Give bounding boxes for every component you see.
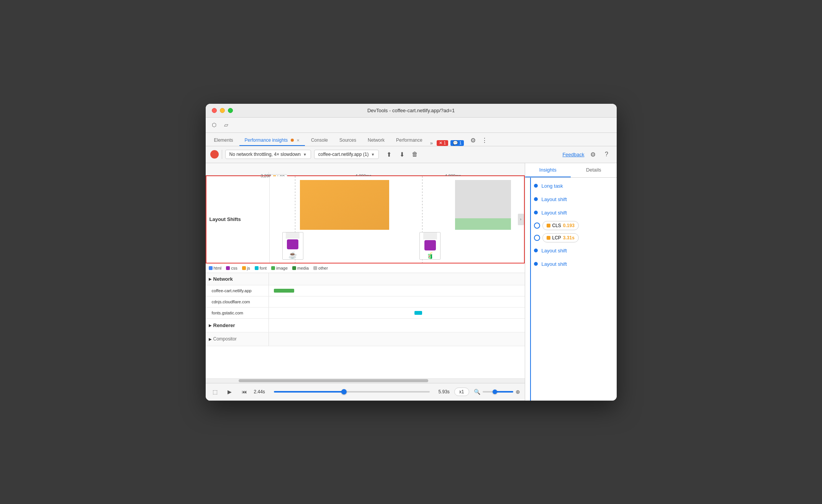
- compositor-text: Compositor: [213, 336, 237, 342]
- thumb-header: [286, 232, 300, 239]
- scrollbar-thumb[interactable]: [239, 379, 428, 382]
- layout-shift-green-block: [455, 218, 511, 230]
- toolbar-actions: ⬆ ⬇ 🗑: [383, 149, 420, 160]
- insight-entry-long-task: Long task: [536, 179, 617, 193]
- bottom-toolbar: ⬚ ▶ ⏮ 2.44s 5.93s x1 🔍 ⊕: [206, 383, 525, 401]
- network-row-1: coffee-cart.netlify.app: [206, 285, 525, 296]
- insight-entry-layout-shift-2: Layout shift: [536, 206, 617, 219]
- feedback-link[interactable]: Feedback: [562, 152, 584, 157]
- legend-css: css: [226, 266, 237, 270]
- error-badge: ✕ 1: [437, 140, 448, 146]
- css-color-dot: [226, 266, 230, 270]
- minimize-button[interactable]: [220, 108, 225, 113]
- network-row-3: fonts.gstatic.com: [206, 308, 525, 319]
- layout-shift-link-3[interactable]: Layout shift: [542, 248, 567, 254]
- play-icon[interactable]: ▶: [225, 387, 235, 397]
- tab-console[interactable]: Console: [306, 135, 333, 146]
- long-task-link[interactable]: Long task: [542, 183, 563, 189]
- tab-performance-insights[interactable]: Performance insights ✕: [239, 135, 305, 146]
- compositor-content: [269, 332, 525, 346]
- horizontal-scrollbar[interactable]: [206, 378, 525, 383]
- zoom-out-icon[interactable]: 🔍: [474, 389, 480, 395]
- timeline-scrubber[interactable]: [274, 391, 430, 393]
- panel-tabs: Insights Details: [525, 163, 617, 178]
- thumb-header-2: [423, 232, 437, 239]
- timeline-line-col: [525, 178, 536, 401]
- lcp-label-badge: LCP: [552, 235, 561, 241]
- image-color-dot: [271, 266, 275, 270]
- zoom-slider-thumb[interactable]: [493, 389, 497, 394]
- cls-label: CLS: [552, 223, 561, 228]
- layout-shift-gray-block: [455, 180, 511, 218]
- timeline-body[interactable]: Layout Shifts ☕: [206, 175, 525, 378]
- help-icon[interactable]: ?: [601, 149, 612, 160]
- tab-elements[interactable]: Elements: [209, 135, 239, 146]
- renderer-expand-icon[interactable]: ▶: [209, 323, 212, 327]
- devtools-window: DevTools - coffee-cart.netlify.app/?ad=1…: [206, 104, 617, 401]
- scrubber-thumb[interactable]: [341, 389, 347, 394]
- more-tabs-button[interactable]: »: [430, 140, 433, 146]
- insight-entry-layout-shift-1: Layout shift: [536, 193, 617, 206]
- zoom-slider-track[interactable]: [483, 391, 513, 393]
- expand-arrow-icon[interactable]: ▶: [209, 277, 212, 281]
- divider: [222, 150, 222, 159]
- delete-icon[interactable]: 🗑: [409, 149, 420, 160]
- legend-font: font: [255, 266, 267, 270]
- thumbnail-inner-2: 🧃: [420, 232, 440, 259]
- tab-sources[interactable]: Sources: [334, 135, 362, 146]
- js-color-dot: [242, 266, 246, 270]
- chevron-down-icon: ▼: [371, 152, 375, 157]
- lcp-value: 3.31s: [563, 235, 575, 241]
- target-dropdown[interactable]: coffee-cart.netlify.app (1) ▼: [314, 150, 379, 159]
- insights-entries: Long task Layout shift Layout shift: [536, 178, 617, 401]
- window-title: DevTools - coffee-cart.netlify.app/?ad=1: [367, 108, 455, 113]
- font-color-dot: [255, 266, 259, 270]
- settings-gear-icon[interactable]: ⚙: [588, 149, 598, 160]
- legend-image: image: [271, 266, 288, 270]
- timeline-vertical-line: [530, 178, 531, 401]
- more-options-icon[interactable]: ⋮: [479, 135, 490, 146]
- layout-shift-orange-block: [300, 180, 389, 230]
- legend-html: html: [209, 266, 222, 270]
- compositor-expand-icon[interactable]: ▶: [209, 337, 212, 341]
- throttle-dropdown[interactable]: No network throttling, 4× slowdown ▼: [225, 150, 311, 159]
- right-panel: Insights Details Long task: [525, 163, 617, 401]
- cls-value: 0.193: [563, 223, 575, 228]
- subtoolbar: No network throttling, 4× slowdown ▼ cof…: [206, 146, 617, 163]
- layout-shifts-content: ☕ 🧃 ›: [270, 176, 524, 263]
- timeline-header: 3,200ms 4,000ms 4,800ms LCP: [206, 163, 525, 175]
- tab-performance[interactable]: Performance: [391, 135, 428, 146]
- network-host-1: coffee-cart.netlify.app: [206, 285, 269, 296]
- pointer-tool-icon[interactable]: ⬡: [209, 119, 219, 130]
- scroll-indicator[interactable]: ›: [518, 214, 524, 225]
- tab-network[interactable]: Network: [362, 135, 390, 146]
- thumbnail-inner-1: ☕: [283, 232, 303, 259]
- download-icon[interactable]: ⬇: [396, 149, 407, 160]
- message-icon: 💬: [453, 141, 458, 146]
- network-section-header: ▶ Network: [206, 273, 525, 285]
- close-button[interactable]: [212, 108, 217, 113]
- record-button[interactable]: [210, 150, 219, 159]
- device-toggle-icon[interactable]: ▱: [221, 119, 232, 130]
- zoom-in-icon[interactable]: ⊕: [516, 389, 520, 395]
- other-color-dot: [313, 266, 317, 270]
- layout-shift-link-4[interactable]: Layout shift: [542, 261, 567, 267]
- settings-icon[interactable]: ⚙: [468, 135, 478, 146]
- screenshot-toggle-icon[interactable]: ⬚: [210, 387, 220, 397]
- layout-shift-link-1[interactable]: Layout shift: [542, 196, 567, 202]
- scrubber-track[interactable]: [274, 391, 430, 393]
- message-badge: 💬 1: [450, 140, 464, 146]
- tab-insights[interactable]: Insights: [525, 163, 571, 177]
- thumb-cup-icon: ☕: [288, 251, 297, 259]
- upload-icon[interactable]: ⬆: [383, 149, 394, 160]
- back-to-start-icon[interactable]: ⏮: [239, 387, 249, 397]
- timeline-scale: 3,200ms 4,000ms 4,800ms LCP: [269, 173, 525, 175]
- legend-media: media: [292, 266, 309, 270]
- layout-shift-link-2[interactable]: Layout shift: [542, 210, 567, 216]
- renderer-content: [269, 319, 525, 332]
- network-label: ▶ Network: [206, 273, 269, 285]
- tab-details[interactable]: Details: [571, 163, 617, 177]
- thumb-product-icon: 🧃: [426, 252, 434, 259]
- tab-close-icon[interactable]: ✕: [296, 138, 300, 142]
- maximize-button[interactable]: [228, 108, 233, 113]
